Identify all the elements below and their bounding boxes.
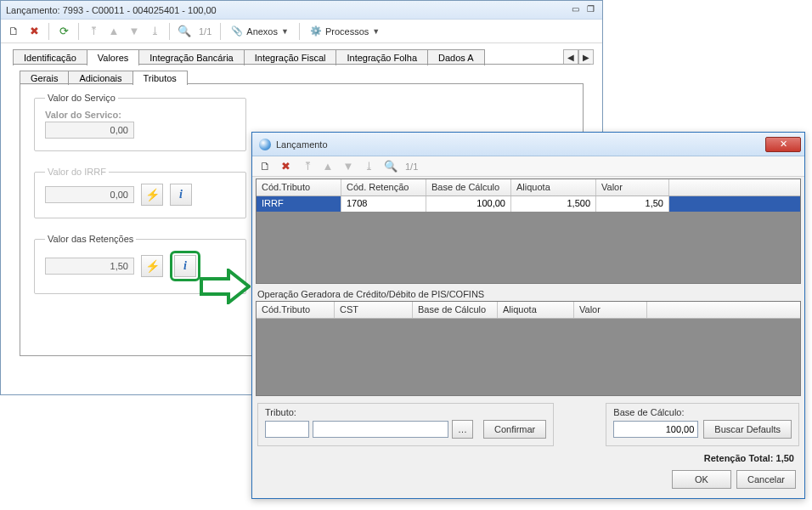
tab-valores[interactable]: Valores bbox=[87, 49, 139, 65]
last-icon[interactable]: ⤓ bbox=[359, 157, 378, 176]
grid-tributos: Cód.Tributo Cód. Retenção Base de Cálcul… bbox=[256, 178, 801, 284]
binoculars-icon[interactable]: 🔍 bbox=[381, 157, 400, 176]
minimize-icon[interactable]: ▭ bbox=[568, 4, 582, 16]
highlight-ring: i bbox=[170, 251, 200, 281]
input-base[interactable] bbox=[613, 421, 698, 438]
col-cod-retencao[interactable]: Cód. Retenção bbox=[341, 179, 426, 196]
first-icon[interactable]: ⤒ bbox=[84, 22, 103, 41]
input-valor-irrf[interactable]: 0,00 bbox=[45, 186, 134, 203]
grid-piscofins-body[interactable] bbox=[257, 319, 800, 395]
pager-text: 1/1 bbox=[195, 26, 215, 37]
cell-cod-retencao: 1708 bbox=[341, 196, 426, 212]
main-title: Lançamento: 7993 - C00011 - 004025401 - … bbox=[6, 5, 567, 15]
separator bbox=[299, 23, 300, 40]
subtab-tributos[interactable]: Tributos bbox=[133, 71, 188, 85]
total-label: Retenção Total: bbox=[704, 453, 774, 463]
info-retencoes-icon[interactable]: i bbox=[174, 255, 196, 277]
col-cod-tributo[interactable]: Cód.Tributo bbox=[257, 179, 341, 196]
separator bbox=[169, 23, 170, 40]
first-icon[interactable]: ⤒ bbox=[298, 157, 317, 176]
ok-button[interactable]: OK bbox=[672, 470, 731, 489]
info-icon[interactable]: i bbox=[170, 184, 192, 206]
col-aliquota[interactable]: Aliquota bbox=[498, 302, 574, 318]
tabs-scroll-left-icon[interactable]: ◀ bbox=[563, 49, 578, 65]
prev-icon[interactable]: ▲ bbox=[319, 157, 337, 176]
section-piscofins-label: Operação Geradora de Crédito/Débito de P… bbox=[257, 289, 799, 299]
group-valor-irrf: Valor do IRRF 0,00 ⚡ i bbox=[34, 167, 246, 218]
cell-aliquota: 1,500 bbox=[511, 196, 596, 212]
anexos-menu[interactable]: 📎 Anexos ▼ bbox=[226, 22, 294, 41]
grid-piscofins-header: Cód.Tributo CST Base de Cálculo Aliquota… bbox=[257, 302, 800, 319]
caret-down-icon: ▼ bbox=[281, 27, 289, 36]
new-icon[interactable]: 🗋 bbox=[256, 157, 274, 176]
col-cst[interactable]: CST bbox=[335, 302, 413, 318]
separator bbox=[78, 23, 79, 40]
new-icon[interactable]: 🗋 bbox=[4, 22, 23, 41]
group-valor-servico: Valor do Serviço Valor do Servico: 0,00 bbox=[34, 93, 246, 151]
total-value: 1,50 bbox=[776, 453, 794, 463]
last-icon[interactable]: ⤓ bbox=[145, 22, 164, 41]
close-icon[interactable]: ✕ bbox=[765, 137, 801, 152]
dialog-buttons: OK Cancelar bbox=[252, 467, 804, 496]
delete-icon[interactable]: ✖ bbox=[276, 157, 295, 176]
label-valor-servico: Valor do Servico: bbox=[45, 110, 235, 120]
cancel-button[interactable]: Cancelar bbox=[736, 470, 796, 489]
grid-tributos-body[interactable]: IRRF 1708 100,00 1,500 1,50 bbox=[257, 196, 800, 283]
cell-base: 100,00 bbox=[426, 196, 511, 212]
col-valor[interactable]: Valor bbox=[596, 179, 669, 196]
total-row: Retenção Total: 1,50 bbox=[252, 450, 804, 467]
binoculars-icon[interactable]: 🔍 bbox=[175, 22, 194, 41]
input-tributo-code[interactable] bbox=[265, 421, 309, 438]
col-valor[interactable]: Valor bbox=[574, 302, 647, 318]
app-icon bbox=[259, 139, 271, 150]
input-valor-servico[interactable]: 0,00 bbox=[45, 122, 134, 139]
sub-tabs: Gerais Adicionais Tributos bbox=[1, 65, 602, 84]
tabs-scroll-right-icon[interactable]: ▶ bbox=[578, 49, 594, 65]
processos-menu[interactable]: ⚙️ Processos ▼ bbox=[305, 22, 385, 41]
next-icon[interactable]: ▼ bbox=[125, 22, 144, 41]
dialog-title: Lançamento bbox=[276, 139, 765, 150]
label-tributo: Tributo: bbox=[265, 407, 546, 417]
main-titlebar: Lançamento: 7993 - C00011 - 004025401 - … bbox=[1, 1, 602, 20]
group-valor-retencoes: Valor das Retenções 1,50 ⚡ i bbox=[34, 234, 246, 294]
col-base[interactable]: Base de Cálculo bbox=[413, 302, 498, 318]
main-toolbar: 🗋 ✖ ⟳ ⤒ ▲ ▼ ⤓ 🔍 1/1 📎 Anexos ▼ ⚙️ Proces… bbox=[1, 20, 602, 43]
cell-cod-tributo: IRRF bbox=[257, 196, 341, 212]
restore-icon[interactable]: ❐ bbox=[584, 4, 597, 16]
col-base[interactable]: Base de Cálculo bbox=[426, 179, 511, 196]
col-aliquota[interactable]: Aliquota bbox=[511, 179, 596, 196]
dialog-titlebar: Lançamento ✕ bbox=[252, 133, 804, 156]
box-base: Base de Cálculo: Buscar Defaults bbox=[606, 403, 799, 446]
input-valor-retencoes[interactable]: 1,50 bbox=[45, 258, 134, 275]
table-row[interactable]: IRRF 1708 100,00 1,500 1,50 bbox=[257, 196, 800, 212]
processos-label: Processos bbox=[325, 26, 369, 37]
refresh-icon[interactable]: ⟳ bbox=[54, 22, 73, 41]
tabs-nav: ◀ ▶ bbox=[563, 49, 594, 65]
next-icon[interactable]: ▼ bbox=[339, 157, 358, 176]
legend-retencoes: Valor das Retenções bbox=[45, 234, 136, 244]
dialog-toolbar: 🗋 ✖ ⤒ ▲ ▼ ⤓ 🔍 1/1 bbox=[252, 156, 804, 177]
dialog-lancamento: Lançamento ✕ 🗋 ✖ ⤒ ▲ ▼ ⤓ 🔍 1/1 Cód.Tribu… bbox=[251, 132, 805, 499]
gear-icon: ⚙️ bbox=[310, 26, 322, 37]
input-tributo-desc[interactable] bbox=[313, 421, 448, 438]
action-icon[interactable]: ⚡ bbox=[141, 255, 163, 277]
delete-icon[interactable]: ✖ bbox=[25, 22, 43, 41]
buscar-defaults-button[interactable]: Buscar Defaults bbox=[703, 420, 792, 439]
anexos-label: Anexos bbox=[246, 26, 278, 37]
prev-icon[interactable]: ▲ bbox=[104, 22, 123, 41]
main-tabs: Identificação Valores Integração Bancári… bbox=[1, 43, 602, 65]
pager-text: 1/1 bbox=[402, 162, 421, 172]
bottom-inputs: Tributo: … Confirmar Base de Cálculo: Bu… bbox=[252, 396, 804, 450]
separator bbox=[220, 23, 221, 40]
cell-valor: 1,50 bbox=[596, 196, 669, 212]
col-cod-tributo[interactable]: Cód.Tributo bbox=[257, 302, 335, 318]
lookup-button[interactable]: … bbox=[452, 420, 473, 439]
grid-tributos-header: Cód.Tributo Cód. Retenção Base de Cálcul… bbox=[257, 179, 800, 196]
action-icon[interactable]: ⚡ bbox=[141, 184, 163, 206]
confirmar-button[interactable]: Confirmar bbox=[483, 420, 546, 439]
box-tributo: Tributo: … Confirmar bbox=[257, 403, 554, 446]
caret-down-icon: ▼ bbox=[372, 27, 380, 36]
legend-servico: Valor do Serviço bbox=[45, 93, 118, 103]
legend-irrf: Valor do IRRF bbox=[45, 167, 109, 177]
separator bbox=[48, 23, 49, 40]
